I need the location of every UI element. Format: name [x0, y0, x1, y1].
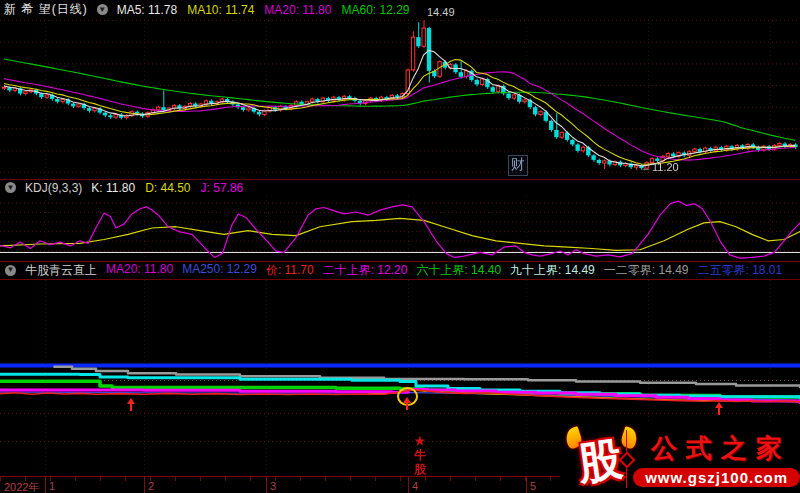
month-grid-line [144, 477, 145, 493]
indicator-value-label: 二十上界: 12.20 [323, 262, 408, 279]
logo-divider [626, 430, 627, 488]
logo-bull-glyph: 股 [560, 426, 624, 492]
indicator-value-label: 价: 11.70 [266, 262, 314, 279]
up-arrow-icon [402, 397, 412, 411]
logo-site-name: 公式之家 [642, 431, 791, 466]
up-arrow-icon [714, 402, 724, 416]
signal-character: 股 [412, 462, 428, 476]
up-arrow-icon [126, 398, 136, 412]
indicator-value-label: 九十上界: 14.49 [510, 262, 595, 279]
kdj-indicator-chart[interactable] [0, 196, 800, 260]
signal-character: 牛 [412, 448, 428, 462]
stock-title: 新 希 望(日线) [4, 1, 88, 18]
gszj-logo: 股 公式之家 www.gszj100.com [560, 424, 800, 493]
signal-text-column: ★牛股 [412, 434, 428, 476]
indicator-value-label: 一二零界: 14.49 [604, 262, 689, 279]
indicator-legend: MA20: 11.80MA250: 12.29价: 11.70二十上界: 12.… [106, 262, 782, 279]
indicator-value-label: MA250: 12.29 [182, 262, 257, 279]
kdj-legend: K: 11.80D: 44.50J: 57.86 [91, 181, 243, 195]
kdj-value-label: K: 11.80 [91, 181, 135, 195]
watermark-badge: 财 [508, 155, 528, 176]
logo-gu-character: 股 [574, 429, 626, 493]
main-price-chart[interactable] [0, 19, 800, 179]
indicator-title: 牛股青云直上 [25, 262, 97, 279]
ma-value-label: MA10: 11.74 [187, 3, 254, 17]
month-label: 4 [412, 480, 418, 492]
month-grid-line [526, 477, 527, 493]
left-arrow-icon: ← [641, 161, 652, 173]
ma-legend: MA5: 11.78MA10: 11.74MA20: 11.80MA60: 12… [117, 3, 410, 17]
chevron-down-icon[interactable]: ▼ [97, 4, 108, 15]
month-label: 5 [530, 480, 536, 492]
stock-app-window: 新 希 望(日线) ▼ MA5: 11.78MA10: 11.74MA20: 1… [0, 0, 800, 493]
month-label: 3 [270, 480, 276, 492]
indicator-value-label: MA20: 11.80 [106, 262, 173, 279]
high-price-label: 14.49 [427, 6, 455, 18]
indicator-value-label: 六十上界: 14.40 [416, 262, 501, 279]
month-label: 2 [148, 480, 154, 492]
kdj-header: ▼ KDJ(9,3,3) K: 11.80D: 44.50J: 57.86 [0, 180, 800, 195]
chevron-down-icon[interactable]: ▼ [5, 265, 16, 276]
kdj-value-label: D: 44.50 [145, 181, 190, 195]
ma-value-label: MA5: 11.78 [117, 3, 177, 17]
indicator-value-label: 二五零界: 18.01 [698, 262, 783, 279]
axis-year-label: 2022年 [4, 480, 39, 493]
month-grid-line [266, 477, 267, 493]
ma-value-label: MA60: 12.29 [341, 3, 409, 17]
main-chart-header: 新 希 望(日线) ▼ MA5: 11.78MA10: 11.74MA20: 1… [0, 0, 800, 19]
indicator-header: ▼ 牛股青云直上 MA20: 11.80MA250: 12.29价: 11.70… [0, 262, 800, 278]
ma-value-label: MA20: 11.80 [264, 3, 331, 17]
low-price-label: ←11.20 [641, 161, 679, 173]
month-label: 1 [49, 480, 55, 492]
logo-site-url[interactable]: www.gszj100.com [633, 468, 800, 487]
month-grid-line [408, 477, 409, 493]
chevron-down-icon[interactable]: ▼ [5, 182, 16, 193]
kdj-value-label: J: 57.86 [201, 181, 244, 195]
month-grid-line [45, 477, 46, 493]
signal-character: ★ [412, 434, 428, 448]
kdj-title: KDJ(9,3,3) [25, 181, 82, 195]
